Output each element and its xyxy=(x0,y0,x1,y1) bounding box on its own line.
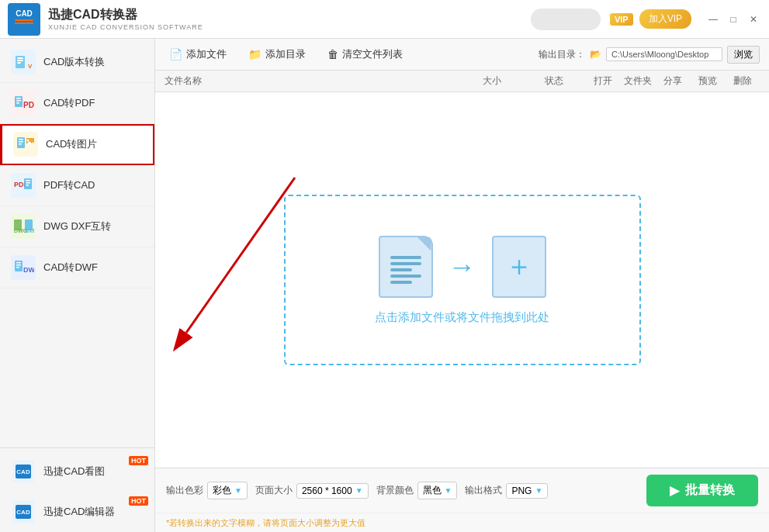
svg-rect-38 xyxy=(16,264,21,266)
svg-text:DXF: DXF xyxy=(25,228,34,233)
add-file-label: 添加文件 xyxy=(186,47,227,61)
svg-text:CAD: CAD xyxy=(16,509,30,516)
svg-rect-29 xyxy=(26,185,29,186)
close-button[interactable]: ✕ xyxy=(746,12,761,27)
sidebar-item-cad-dwf[interactable]: DWF CAD转DWF xyxy=(0,247,154,288)
col-header-preview: 预览 xyxy=(690,74,725,88)
sidebar: V CAD版本转换 PDF xyxy=(0,39,155,532)
svg-rect-14 xyxy=(16,102,19,104)
browse-button[interactable]: 浏览 xyxy=(727,46,760,64)
settings-bar: 输出色彩 彩色 ▼ 页面大小 2560 * 1600 ▼ 背景颜色 黑色 ▼ xyxy=(155,468,769,513)
join-vip-button[interactable]: 加入VIP xyxy=(639,9,691,29)
file-list-header: 文件名称 大小 状态 打开 文件夹 分享 预览 删除 xyxy=(155,71,769,92)
svg-rect-27 xyxy=(26,180,30,181)
svg-rect-12 xyxy=(16,98,21,99)
output-dir-value: C:\Users\Mloong\Desktop xyxy=(606,47,722,61)
sidebar-item-dwg-dxf[interactable]: DWG DXF DWG DXF互转 xyxy=(0,206,154,247)
toolbar-right: 输出目录： 📂 C:\Users\Mloong\Desktop 浏览 xyxy=(539,46,760,64)
col-header-open: 打开 xyxy=(585,74,620,88)
pdf-cad-icon: PDF xyxy=(11,173,36,198)
add-file-icon: 📄 xyxy=(169,48,182,60)
document-icon xyxy=(379,236,433,298)
sidebar-top: V CAD版本转换 PDF xyxy=(0,42,154,447)
color-value: 彩色 xyxy=(213,484,231,497)
drop-zone-text[interactable]: 点击添加文件或将文件拖拽到此处 xyxy=(375,310,549,325)
svg-rect-37 xyxy=(16,262,21,264)
color-select[interactable]: 彩色 ▼ xyxy=(207,482,248,499)
doc-lines xyxy=(390,256,421,284)
svg-rect-18 xyxy=(19,139,23,140)
cad-dwf-icon: DWF xyxy=(11,255,36,280)
col-header-size: 大小 xyxy=(461,74,523,88)
bg-color-setting: 背景颜色 黑色 ▼ xyxy=(376,482,458,499)
cad-pdf-icon: PDF xyxy=(11,91,36,116)
sidebar-inner: V CAD版本转换 PDF xyxy=(0,42,154,532)
bg-color-dropdown-icon: ▼ xyxy=(445,486,452,495)
doc-line-1 xyxy=(390,256,421,259)
add-dir-button[interactable]: 📁 添加目录 xyxy=(244,45,310,64)
svg-text:DWF: DWF xyxy=(23,266,34,274)
page-size-dropdown-icon: ▼ xyxy=(355,486,363,495)
dwg-dxf-icon: DWG DXF xyxy=(11,214,36,239)
sidebar-item-cad-img[interactable]: CAD转图片 xyxy=(0,124,154,165)
sidebar-item-cad-viewer[interactable]: CAD 迅捷CAD看图 HOT xyxy=(0,451,154,492)
minimize-button[interactable]: — xyxy=(705,12,721,27)
main-layout: V CAD版本转换 PDF xyxy=(0,39,769,532)
format-select[interactable]: PNG ▼ xyxy=(506,483,548,499)
app-logo: CAD xyxy=(8,3,40,36)
convert-button[interactable]: ▶ 批量转换 xyxy=(646,475,758,506)
convert-play-icon: ▶ xyxy=(670,483,679,498)
bg-color-value: 黑色 xyxy=(423,484,442,497)
folder-icon: 📂 xyxy=(590,49,601,60)
format-label: 输出格式 xyxy=(465,484,502,497)
hint-row: *若转换出来的文字模糊，请将页面大小调整为更大值 xyxy=(155,513,769,532)
svg-text:CAD: CAD xyxy=(16,468,30,475)
svg-rect-6 xyxy=(17,57,23,59)
svg-point-22 xyxy=(27,140,29,142)
col-header-folder: 文件夹 xyxy=(620,74,655,88)
svg-text:V: V xyxy=(28,63,33,70)
clear-list-icon: 🗑 xyxy=(327,48,338,60)
svg-rect-3 xyxy=(15,22,33,24)
bg-color-label: 背景颜色 xyxy=(376,484,414,497)
sidebar-item-cad-version[interactable]: V CAD版本转换 xyxy=(0,42,154,83)
svg-rect-8 xyxy=(17,62,21,64)
page-size-value: 2560 * 1600 xyxy=(302,485,352,496)
sidebar-label-dwg-dxf: DWG DXF互转 xyxy=(43,219,111,233)
plus-icon: ＋ xyxy=(492,236,546,298)
bg-color-select[interactable]: 黑色 ▼ xyxy=(417,482,458,499)
col-header-status: 状态 xyxy=(523,74,585,88)
sidebar-label-pdf-cad: PDF转CAD xyxy=(43,178,95,192)
drop-zone[interactable]: → ＋ 点击添加文件或将文件拖拽到此处 xyxy=(155,92,769,468)
page-size-label: 页面大小 xyxy=(255,484,293,497)
content-area: 📄 添加文件 📁 添加目录 🗑 清空文件列表 输出目录： 📂 C:\Users\… xyxy=(155,39,769,532)
doc-line-3 xyxy=(390,268,412,271)
maximize-button[interactable]: □ xyxy=(726,12,741,27)
sidebar-item-pdf-cad[interactable]: PDF PDF转CAD xyxy=(0,165,154,206)
add-file-button[interactable]: 📄 添加文件 xyxy=(165,45,231,64)
hot-badge-viewer: HOT xyxy=(129,456,148,465)
sidebar-item-cad-pdf[interactable]: PDF CAD转PDF xyxy=(0,83,154,124)
drop-zone-icons: → ＋ xyxy=(379,236,546,298)
drop-zone-box[interactable]: → ＋ 点击添加文件或将文件拖拽到此处 xyxy=(284,195,641,365)
user-avatar[interactable] xyxy=(531,9,601,30)
col-header-share: 分享 xyxy=(655,74,690,88)
page-size-select[interactable]: 2560 * 1600 ▼ xyxy=(296,483,369,499)
clear-list-button[interactable]: 🗑 清空文件列表 xyxy=(323,45,407,64)
arrow-right-icon: → xyxy=(449,250,476,283)
sidebar-label-cad-version: CAD版本转换 xyxy=(43,55,105,69)
sidebar-label-cad-pdf: CAD转PDF xyxy=(43,96,95,110)
doc-line-2 xyxy=(390,262,421,265)
cad-viewer-icon: CAD xyxy=(11,459,36,484)
hint-text: *若转换出来的文字模糊，请将页面大小调整为更大值 xyxy=(166,518,365,527)
title-right-controls: VIP 加入VIP — □ ✕ xyxy=(531,9,761,30)
svg-rect-19 xyxy=(19,141,23,143)
svg-rect-13 xyxy=(16,100,21,102)
svg-line-48 xyxy=(186,178,295,333)
format-setting: 输出格式 PNG ▼ xyxy=(465,483,548,499)
color-dropdown-icon: ▼ xyxy=(234,486,242,495)
doc-line-5 xyxy=(390,281,412,284)
sidebar-item-cad-editor[interactable]: CAD 迅捷CAD编辑器 HOT xyxy=(0,492,154,532)
sidebar-label-cad-viewer: 迅捷CAD看图 xyxy=(43,465,105,478)
app-subtitle: XUNJIE CAD CONVERSION SOFTWARE xyxy=(48,23,203,31)
